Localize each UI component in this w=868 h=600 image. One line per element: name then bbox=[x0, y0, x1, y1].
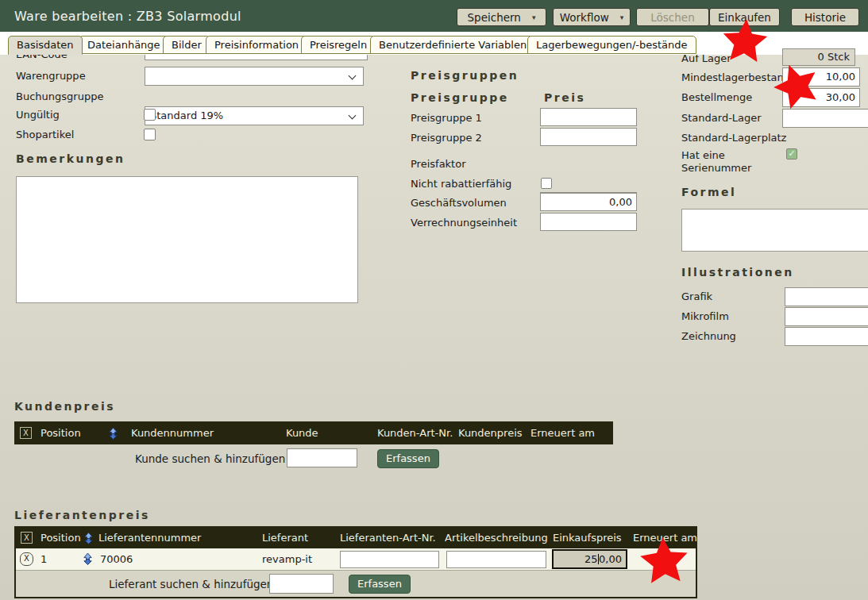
row-lieferant: revamp-it bbox=[262, 553, 312, 565]
sort-up-down-icon[interactable] bbox=[82, 552, 94, 565]
delete-button: Löschen bbox=[636, 8, 709, 26]
page-title: Ware bearbeiten : ZB3 Solarmodul bbox=[14, 9, 241, 24]
column-kundenpreis[interactable]: Kundenpreis bbox=[458, 421, 523, 444]
geschaeftsvolumen-label: Geschäftsvolumen bbox=[411, 197, 507, 209]
tab-bilder[interactable]: Bilder bbox=[163, 36, 210, 54]
preisgruppe2-label: Preisgruppe 2 bbox=[411, 132, 482, 144]
standard-lager-input[interactable] bbox=[782, 109, 868, 128]
lieferant-suchen-label: Lieferant suchen & hinzufügen bbox=[109, 578, 273, 590]
column-einkaufspreis[interactable]: Einkaufspreis bbox=[553, 528, 622, 548]
buchungsgruppe-value: Standard 19% bbox=[150, 110, 223, 121]
formel-textarea[interactable] bbox=[681, 209, 868, 252]
tab-preisregeln[interactable]: Preisregeln bbox=[301, 36, 376, 54]
kunde-erfassen-button[interactable]: Erfassen bbox=[377, 449, 439, 468]
column-kundennummer[interactable]: Kundennummer bbox=[131, 421, 214, 444]
buchungsgruppe-label: Buchungsgruppe bbox=[16, 90, 103, 102]
table-row: X 1 70006 revamp-it 250,00 bbox=[16, 548, 696, 570]
verrechnungseinheit-input[interactable] bbox=[540, 213, 637, 231]
lieferant-suchen-input[interactable] bbox=[269, 574, 334, 594]
preisgruppe2-input[interactable] bbox=[540, 128, 637, 146]
einkaufspreis-value-before-caret: 25 bbox=[584, 553, 598, 565]
sort-up-down-icon[interactable] bbox=[83, 532, 95, 544]
save-button[interactable]: Speichern ▾ bbox=[457, 8, 546, 26]
buchungsgruppe-select[interactable]: Standard 19% bbox=[145, 106, 364, 125]
chevron-down-icon bbox=[349, 112, 357, 120]
standard-lager-label: Standard-Lager bbox=[681, 112, 762, 124]
column-lieferant[interactable]: Lieferant bbox=[262, 528, 308, 548]
column-kunde[interactable]: Kunde bbox=[286, 421, 318, 444]
kundenpreis-header: Kundenpreis bbox=[14, 400, 115, 413]
preisgruppe1-label: Preisgruppe 1 bbox=[411, 112, 482, 124]
seriennummer-label-line2: Serienummer bbox=[681, 162, 751, 174]
column-lieferantennummer[interactable]: Lieferantennummer bbox=[98, 528, 201, 548]
delete-button-label: Löschen bbox=[650, 11, 694, 24]
tab-preisinformation[interactable]: Preisinformation bbox=[206, 36, 307, 54]
grafik-input[interactable] bbox=[785, 287, 868, 306]
lieferantenpreis-table-header: X Position Lieferantennummer Lieferant L… bbox=[16, 528, 696, 548]
column-lieferanten-art-nr[interactable]: Lieferanten-Art-Nr. bbox=[340, 528, 436, 548]
chevron-down-icon[interactable]: ▾ bbox=[532, 13, 536, 21]
formel-header: Formel bbox=[681, 186, 736, 198]
column-kunden-art-nr[interactable]: Kunden-Art-Nr. bbox=[377, 421, 453, 444]
kunde-suchen-input[interactable] bbox=[287, 448, 357, 467]
chevron-down-icon bbox=[349, 72, 357, 80]
seriennummer-label-line1: Hat eine bbox=[681, 149, 725, 161]
warengruppe-label: Warengruppe bbox=[16, 70, 86, 82]
shopartikel-label: Shopartikel bbox=[16, 129, 74, 140]
grafik-label: Grafik bbox=[681, 290, 712, 302]
ungueltig-label: Ungültig bbox=[16, 109, 60, 121]
lieferantenpreis-table: X Position Lieferantennummer Lieferant L… bbox=[14, 526, 697, 598]
tab-basisdaten[interactable]: Basisdaten bbox=[8, 36, 83, 55]
column-position[interactable]: Position bbox=[41, 528, 81, 548]
shopartikel-checkbox[interactable] bbox=[144, 129, 156, 140]
lieferantenpreis-header: Lieferantenpreis bbox=[14, 509, 150, 521]
zeichnung-input[interactable] bbox=[785, 327, 868, 346]
seriennummer-checkbox[interactable]: ✓ bbox=[786, 148, 797, 160]
select-all-icon[interactable]: X bbox=[20, 427, 32, 439]
ean-code-input[interactable] bbox=[145, 55, 368, 60]
workflow-button-label: Workflow bbox=[560, 11, 609, 24]
save-button-label: Speichern bbox=[468, 11, 521, 24]
row-position: 1 bbox=[41, 553, 47, 565]
bemerkungen-header: Bemerkungen bbox=[16, 152, 125, 165]
preisgruppe-column-header: Preisgruppe bbox=[411, 91, 509, 104]
tab-benutzerdefinierte-variablen[interactable]: Benutzerdefinierte Variablen bbox=[370, 36, 535, 54]
preisgruppe1-input[interactable] bbox=[540, 108, 637, 126]
kundenpreis-table-header: X Position Kundennummer Kunde Kunden-Art… bbox=[14, 421, 613, 444]
row-einkaufspreis-input-focused[interactable]: 250,00 bbox=[552, 549, 627, 569]
lieferant-erfassen-button[interactable]: Erfassen bbox=[349, 575, 411, 594]
column-position[interactable]: Position bbox=[41, 421, 81, 444]
illustrationen-header: Illustrationen bbox=[681, 266, 794, 279]
geschaeftsvolumen-input[interactable]: 0,00 bbox=[540, 193, 637, 211]
column-artikelbeschreibung[interactable]: Artikelbeschreibung bbox=[445, 528, 548, 548]
mikrofilm-label: Mikrofilm bbox=[681, 310, 729, 322]
history-button-label: Historie bbox=[804, 11, 846, 24]
history-button[interactable]: Historie bbox=[791, 8, 859, 26]
column-erneuert-am[interactable]: Erneuert am bbox=[530, 421, 595, 444]
zeichnung-label: Zeichnung bbox=[681, 330, 736, 342]
verrechnungseinheit-label: Verrechnungseinheit bbox=[411, 217, 517, 229]
standard-lagerplatz-label: Standard-Lagerplatz bbox=[681, 132, 786, 144]
select-all-icon[interactable]: X bbox=[21, 532, 33, 544]
mikrofilm-input[interactable] bbox=[785, 307, 868, 326]
row-artikelbeschreibung-input[interactable] bbox=[446, 551, 546, 568]
nicht-rabattierfaehig-label: Nicht rabattierfähig bbox=[411, 178, 511, 190]
chevron-down-icon[interactable]: ▾ bbox=[620, 13, 624, 21]
ungueltig-checkbox[interactable] bbox=[144, 109, 156, 121]
einkaufspreis-value-after-caret: 0,00 bbox=[599, 553, 622, 565]
ean-code-label: EAN-Code bbox=[16, 55, 68, 60]
tab-lagerbewegungen[interactable]: Lagerbewegungen/-bestände bbox=[527, 36, 696, 54]
workflow-button[interactable]: Workflow ▾ bbox=[553, 8, 631, 26]
nicht-rabattierfaehig-checkbox[interactable] bbox=[541, 178, 552, 189]
warengruppe-select[interactable] bbox=[145, 67, 364, 86]
tab-dateianhaenge[interactable]: Dateianhänge bbox=[79, 36, 169, 54]
row-lieferantennummer: 70006 bbox=[100, 553, 133, 565]
row-lieferanten-art-nr-input[interactable] bbox=[340, 551, 439, 568]
kunde-suchen-label: Kunde suchen & hinzufügen bbox=[135, 452, 285, 465]
row-select-icon[interactable]: X bbox=[20, 552, 33, 566]
row-divider bbox=[16, 570, 696, 571]
sort-up-down-icon[interactable] bbox=[107, 427, 119, 440]
preis-column-header: Preis bbox=[544, 91, 585, 104]
bemerkungen-textarea[interactable] bbox=[16, 176, 358, 303]
red-star-annotation-einkaufen bbox=[719, 17, 770, 65]
